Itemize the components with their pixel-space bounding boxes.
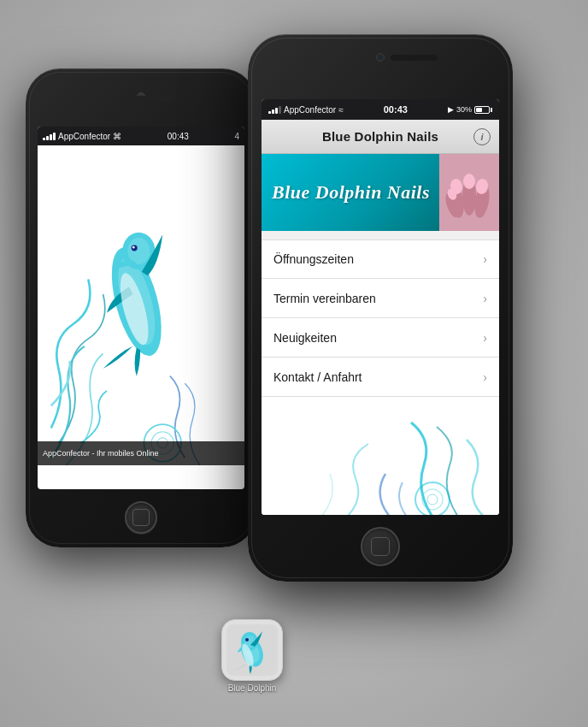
front-carrier: AppConfector [284, 105, 336, 115]
app-icon-label: Blue Dolphin [218, 683, 286, 693]
info-icon: i [480, 132, 483, 142]
front-status-left: AppConfector ≈ [268, 105, 344, 115]
app-icon[interactable]: Blue Dolphin [218, 619, 286, 693]
front-signal-bar-2 [272, 109, 274, 114]
battery-indicator [474, 106, 492, 114]
app-title: Blue Dolphin Nails [322, 129, 438, 144]
back-phone-home-button[interactable] [125, 501, 157, 534]
front-signal-bar-4 [279, 106, 281, 114]
app-icon-box [221, 619, 283, 681]
app-header: Blue Dolphin Nails i [262, 120, 499, 154]
svg-point-17 [463, 174, 475, 189]
back-time: 00:43 [168, 132, 189, 141]
front-status-right: ▶ 30% [448, 105, 492, 114]
menu-label-offnungszeiten: Öffnungszeiten [273, 252, 354, 266]
front-phone-screen: AppConfector ≈ 00:43 ▶ 30% Blue Dolphin … [262, 99, 499, 515]
back-status-bar: AppConfector ⌘ 00:43 4 [38, 127, 244, 145]
chevron-termin: › [483, 292, 487, 305]
signal-bar-2 [46, 136, 49, 140]
back-indicator: 4 [234, 132, 239, 141]
menu-label-neuigkeiten: Neuigkeiten [273, 331, 337, 345]
signal-bar-1 [43, 138, 45, 140]
svg-point-6 [132, 246, 135, 249]
menu-item-termin[interactable]: Termin vereinbaren › [262, 279, 499, 318]
menu-label-kontakt: Kontakt / Anfahrt [273, 370, 362, 384]
front-wifi-icon: ≈ [338, 105, 344, 115]
svg-point-29 [245, 638, 249, 641]
chevron-kontakt: › [483, 370, 487, 384]
signal-bar-4 [53, 133, 56, 140]
info-button[interactable]: i [473, 128, 491, 145]
hero-thumb-svg [439, 154, 499, 231]
back-wifi-icon: ⌘ [113, 132, 121, 141]
front-phone-speaker [391, 55, 438, 61]
back-phone-screen: AppConfector ⌘ 00:43 4 [38, 127, 244, 489]
back-phone-speaker [132, 96, 175, 101]
front-phone-home-button[interactable] [361, 527, 400, 566]
back-footer-text: AppConfector - Ihr mobiles Online [43, 449, 159, 458]
menu-item-offnungszeiten[interactable]: Öffnungszeiten › [262, 239, 499, 279]
bottom-decor [262, 397, 499, 515]
back-status-left: AppConfector ⌘ [43, 132, 121, 141]
front-phone-camera [376, 53, 385, 62]
front-signal-bar-3 [275, 108, 278, 114]
hero-thumbnail [439, 154, 499, 231]
battery-pct: 30% [456, 105, 472, 114]
back-carrier: AppConfector [58, 132, 110, 141]
bluetooth-icon: ▶ [448, 105, 454, 114]
front-signal-bar-1 [268, 111, 271, 114]
menu-list: Öffnungszeiten › Termin vereinbaren › Ne… [262, 239, 499, 397]
hero-banner: Blue Dolphin Nails [262, 154, 499, 231]
phone-front: AppConfector ≈ 00:43 ▶ 30% Blue Dolphin … [248, 34, 513, 582]
back-footer: AppConfector - Ihr mobiles Online [38, 441, 244, 465]
menu-label-termin: Termin vereinbaren [273, 292, 376, 305]
hero-text: Blue Dolphin Nails [262, 181, 439, 204]
menu-item-kontakt[interactable]: Kontakt / Anfahrt › [262, 358, 499, 397]
chevron-offnungszeiten: › [483, 252, 487, 266]
back-signal-bars [43, 133, 56, 140]
front-status-bar: AppConfector ≈ 00:43 ▶ 30% [262, 99, 499, 120]
menu-item-neuigkeiten[interactable]: Neuigkeiten › [262, 318, 499, 358]
front-time: 00:43 [384, 104, 408, 115]
signal-bar-3 [50, 134, 52, 140]
phone-back: AppConfector ⌘ 00:43 4 [26, 68, 256, 547]
bottom-swirl-svg [262, 397, 499, 515]
chevron-neuigkeiten: › [483, 331, 487, 345]
app-icon-svg [226, 624, 278, 676]
back-screen-content: AppConfector - Ihr mobiles Online [38, 145, 244, 465]
back-splash-svg [38, 145, 244, 465]
front-signal-bars [268, 106, 281, 114]
